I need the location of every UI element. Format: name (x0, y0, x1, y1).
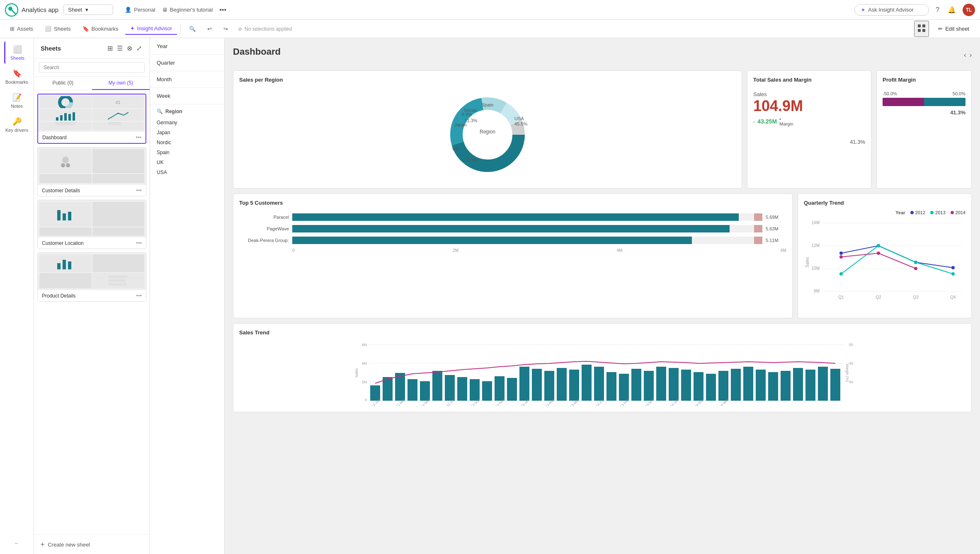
help-icon[interactable]: ? (934, 5, 941, 15)
minus-icon: - (753, 119, 755, 125)
nav-notes[interactable]: 📝 Notes (6, 90, 28, 112)
svg-text:8M: 8M (814, 289, 820, 293)
mini-cell-pd-2 (92, 254, 145, 272)
svg-text:9.9%: 9.9% (461, 112, 472, 117)
svg-rect-14 (56, 122, 75, 125)
svg-rect-99 (594, 367, 604, 401)
svg-text:50: 50 (849, 343, 853, 347)
filter-spain[interactable]: Spain (157, 148, 218, 157)
sheets-header: Sheets ⊞ ☰ ⊗ ⤢ (34, 38, 150, 59)
sheet-card-customer-location[interactable]: Customer Location ••• (37, 200, 146, 249)
tutorial-icon: 🖥 (162, 7, 167, 13)
prev-page-arrow[interactable]: ‹ (964, 51, 966, 59)
sheet-more-cl[interactable]: ••• (136, 240, 142, 246)
filter-icon[interactable]: ⊗ (126, 43, 133, 53)
next-page-arrow[interactable]: › (970, 51, 972, 59)
sparkle-icon: ✦ (861, 7, 866, 13)
sheet-card-footer-dashboard: Dashboard ••• (38, 132, 146, 143)
sheet-more-cd[interactable]: ••• (136, 187, 142, 194)
svg-text:12M: 12M (812, 243, 820, 248)
svg-rect-3 (918, 24, 921, 27)
sheets-panel: Sheets ⊞ ☰ ⊗ ⤢ Public (0) My own (5) (34, 38, 150, 554)
nav-key-drivers[interactable]: 🔑 Key drivers (0, 114, 33, 136)
quarterly-legend: Year 2012 2013 2014 (804, 210, 965, 215)
widget-sales-trend: Sales Trend 6M 4M 2M 0 Sales 50 40 30 Ma… (233, 323, 972, 412)
tutorial-nav[interactable]: 🖥 Beginner's tutorial (162, 7, 213, 13)
svg-point-57 (877, 244, 880, 247)
sheet-more-pd[interactable]: ••• (136, 293, 142, 299)
edit-icon: ✏ (938, 26, 943, 32)
filter-year[interactable]: Year (150, 38, 224, 55)
list-view-icon[interactable]: ☰ (116, 43, 124, 53)
mini-chart-6 (92, 122, 144, 130)
svg-rect-26 (109, 279, 125, 282)
sheet-card-customer-details[interactable]: Customer Details ••• (37, 147, 146, 196)
insight-advisor-button[interactable]: ✦ Insight Advisor (125, 23, 177, 35)
sheet-thumbnail-customer-details (38, 148, 146, 185)
back-button[interactable]: ↩ (202, 23, 217, 34)
sheet-card-dashboard[interactable]: #1 (37, 94, 146, 144)
grid-view-button[interactable] (914, 21, 929, 37)
nav-collapse[interactable]: ← (10, 537, 24, 549)
margin-fill-negative (883, 98, 924, 106)
svg-rect-21 (68, 212, 71, 220)
svg-rect-112 (756, 370, 766, 401)
edit-sheet-button[interactable]: ✏ Edit sheet (932, 23, 975, 34)
top-navigation: Analytics app Sheet ▾ 👤 Personal 🖥 Begin… (0, 0, 980, 20)
widget-quarterly-trend: Quarterly Trend Year 2012 2013 2014 (798, 194, 972, 318)
bookmark-icon: 🔖 (82, 26, 89, 32)
svg-rect-9 (56, 117, 58, 121)
bar-fill-deak (292, 237, 692, 244)
filter-japan[interactable]: Japan (157, 128, 218, 138)
mini-chart-3 (40, 109, 92, 121)
no-selections-indicator: ⊘ No selections applied (238, 26, 292, 32)
svg-text:Q1: Q1 (838, 295, 844, 300)
sheets-tabs: Public (0) My own (5) (34, 77, 150, 90)
tab-public[interactable]: Public (0) (34, 77, 92, 90)
quarterly-trend-chart: 14M 12M 10M 8M (804, 217, 965, 312)
avatar[interactable]: TL (963, 4, 975, 16)
filter-month[interactable]: Month (150, 71, 224, 88)
smart-search-button[interactable]: 🔍 (184, 23, 201, 34)
personal-nav[interactable]: 👤 Personal (125, 7, 155, 13)
sheet-selector[interactable]: Sheet ▾ (63, 5, 113, 15)
grid-view-icon[interactable]: ⊞ (106, 43, 114, 53)
more-options-icon[interactable]: ••• (219, 6, 226, 14)
assets-button[interactable]: ⊞ Assets (5, 23, 38, 34)
bookmarks-button[interactable]: 🔖 Bookmarks (78, 23, 124, 34)
nav-sheets[interactable]: ⬜ Sheets (4, 41, 29, 64)
svg-rect-22 (57, 263, 61, 269)
bar-value-deak: 5.11M (766, 238, 786, 243)
ask-insight-advisor-button[interactable]: ✦ Ask Insight Advisor (854, 4, 929, 16)
sheet-more-dashboard[interactable]: ••• (136, 134, 141, 140)
svg-rect-96 (557, 368, 567, 401)
filter-usa[interactable]: USA (157, 167, 218, 177)
svg-point-16 (62, 157, 69, 163)
tab-my-own[interactable]: My own (5) (92, 77, 150, 90)
sheets-button[interactable]: ⬜ Sheets (40, 23, 75, 34)
expand-icon[interactable]: ⤢ (135, 43, 143, 53)
notification-icon[interactable]: 🔔 (946, 4, 958, 15)
filter-week[interactable]: Week (150, 88, 224, 104)
margin-fill-positive (924, 98, 965, 106)
sheets-search-input[interactable] (39, 62, 145, 73)
sales-per-region-title: Sales per Region (239, 77, 736, 83)
filter-quarter[interactable]: Quarter (150, 55, 224, 71)
svg-text:14M: 14M (812, 220, 820, 225)
svg-text:4M: 4M (361, 361, 367, 365)
page-title: Dashboard (233, 46, 281, 57)
filter-uk[interactable]: UK (157, 157, 218, 167)
forward-button[interactable]: ↪ (218, 23, 233, 34)
year-legend-label: Year (895, 210, 905, 215)
nav-bookmarks[interactable]: 🔖 Bookmarks (0, 65, 33, 88)
svg-text:26.9%: 26.9% (464, 157, 477, 162)
bar-value-pagewave: 5.63M (766, 226, 786, 231)
sheet-card-product-details[interactable]: Product Details ••• (37, 252, 146, 302)
sales-value: 104.9M (753, 97, 865, 115)
filter-germany[interactable]: Germany (157, 118, 218, 128)
svg-text:Q3: Q3 (913, 295, 919, 300)
sheet-selector-label: Sheet (68, 7, 82, 13)
sales-trend-chart: 6M 4M 2M 0 Sales 50 40 30 Margin (%) (239, 340, 965, 406)
filter-nordic[interactable]: Nordic (157, 138, 218, 148)
create-sheet-button[interactable]: + Create new sheet (34, 535, 150, 554)
